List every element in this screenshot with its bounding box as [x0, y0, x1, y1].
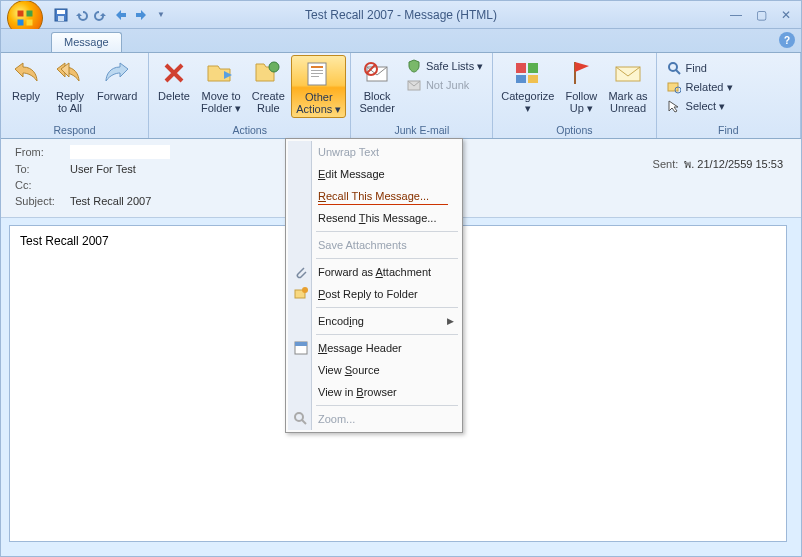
- office-logo-icon: [16, 9, 34, 27]
- attach-icon: [292, 263, 310, 281]
- reply-all-button[interactable]: Reply to All: [49, 55, 91, 116]
- menu-item-zoom: Zoom...: [288, 408, 460, 430]
- next-item-icon[interactable]: [133, 7, 149, 23]
- folder-move-icon: [205, 57, 237, 89]
- window-title: Test Recall 2007 - Message (HTML): [305, 8, 497, 22]
- flag-icon: [565, 57, 597, 89]
- svg-point-25: [302, 287, 308, 293]
- svg-point-28: [295, 413, 303, 421]
- block-sender-icon: [361, 57, 393, 89]
- help-icon[interactable]: ?: [779, 32, 795, 48]
- menu-item-view-in-browser[interactable]: View in Browser: [288, 381, 460, 403]
- menu-item-edit-message[interactable]: Edit Message: [288, 163, 460, 185]
- safe-lists-button[interactable]: Safe Lists ▾: [403, 57, 486, 75]
- categorize-button[interactable]: Categorize ▾: [497, 55, 558, 116]
- svg-point-7: [269, 62, 279, 72]
- svg-rect-11: [311, 73, 323, 74]
- svg-rect-18: [516, 75, 526, 83]
- group-label-junk: Junk E-mail: [355, 123, 488, 138]
- message-text: Test Recall 2007: [20, 234, 109, 248]
- other-actions-icon: [303, 58, 335, 90]
- tab-message[interactable]: Message: [51, 32, 122, 52]
- svg-rect-19: [528, 75, 538, 83]
- menu-item-resend-this-message[interactable]: Resend This Message...: [288, 207, 460, 229]
- qat-dropdown-icon[interactable]: ▼: [153, 7, 169, 23]
- find-icon: [666, 60, 682, 76]
- select-button[interactable]: Select ▾: [663, 97, 736, 115]
- from-label: From:: [15, 146, 70, 158]
- block-sender-button[interactable]: Block Sender: [355, 55, 398, 116]
- svg-rect-9: [311, 66, 323, 68]
- move-to-folder-button[interactable]: Move to Folder ▾: [197, 55, 245, 116]
- related-button[interactable]: Related ▾: [663, 78, 736, 96]
- menu-item-forward-as-attachment[interactable]: Forward as Attachment: [288, 261, 460, 283]
- related-icon: [666, 79, 682, 95]
- menu-item-post-reply-to-folder[interactable]: Post Reply to Folder: [288, 283, 460, 305]
- maximize-button[interactable]: ▢: [756, 8, 767, 22]
- undo-icon[interactable]: [73, 7, 89, 23]
- create-rule-button[interactable]: Create Rule: [247, 55, 289, 116]
- follow-up-button[interactable]: Follow Up ▾: [560, 55, 602, 116]
- to-value: User For Test: [70, 163, 136, 175]
- mark-unread-button[interactable]: Mark as Unread: [604, 55, 651, 116]
- select-icon: [666, 98, 682, 114]
- not-junk-button: Not Junk: [403, 76, 486, 94]
- delete-button[interactable]: Delete: [153, 55, 195, 104]
- other-actions-button[interactable]: Other Actions ▾: [291, 55, 346, 118]
- forward-button[interactable]: Forward: [93, 55, 141, 104]
- group-label-respond: Respond: [5, 123, 144, 138]
- not-junk-icon: [406, 77, 422, 93]
- svg-rect-12: [311, 76, 319, 77]
- group-label-find: Find: [661, 123, 796, 138]
- close-button[interactable]: ✕: [781, 8, 791, 22]
- prev-item-icon[interactable]: [113, 7, 129, 23]
- post-icon: [292, 285, 310, 303]
- submenu-arrow-icon: ▶: [447, 316, 454, 326]
- svg-point-21: [669, 63, 677, 71]
- categorize-icon: [512, 57, 544, 89]
- menu-item-unwrap-text: Unwrap Text: [288, 141, 460, 163]
- reply-icon: [10, 57, 42, 89]
- svg-rect-1: [27, 10, 33, 16]
- from-value: [70, 145, 170, 159]
- cc-label: Cc:: [15, 179, 70, 191]
- group-label-options: Options: [497, 123, 651, 138]
- menu-item-encoding[interactable]: Encoding▶: [288, 310, 460, 332]
- subject-value: Test Recall 2007: [70, 195, 151, 207]
- other-actions-menu: Unwrap TextEdit MessageRecall This Messa…: [285, 138, 463, 433]
- create-rule-icon: [252, 57, 284, 89]
- menu-item-message-header[interactable]: Message Header: [288, 337, 460, 359]
- svg-rect-0: [18, 10, 24, 16]
- svg-rect-2: [18, 19, 24, 25]
- svg-rect-17: [528, 63, 538, 73]
- menu-item-recall-this-message[interactable]: Recall This Message...: [288, 185, 460, 207]
- find-button[interactable]: Find: [663, 59, 736, 77]
- group-label-actions: Actions: [153, 123, 346, 138]
- to-label: To:: [15, 163, 70, 175]
- svg-rect-27: [295, 342, 307, 346]
- svg-rect-10: [311, 70, 323, 71]
- delete-icon: [158, 57, 190, 89]
- redo-icon[interactable]: [93, 7, 109, 23]
- forward-icon: [101, 57, 133, 89]
- svg-rect-16: [516, 63, 526, 73]
- menu-item-view-source[interactable]: View Source: [288, 359, 460, 381]
- envelope-icon: [612, 57, 644, 89]
- reply-button[interactable]: Reply: [5, 55, 47, 104]
- menu-item-save-attachments: Save Attachments: [288, 234, 460, 256]
- zoom-icon: [292, 410, 310, 428]
- header-icon: [292, 339, 310, 357]
- minimize-button[interactable]: —: [730, 8, 742, 22]
- svg-rect-3: [27, 19, 33, 25]
- sent-field: Sent:พ. 21/12/2559 15:53: [653, 155, 783, 173]
- subject-label: Subject:: [15, 195, 70, 207]
- reply-all-icon: [54, 57, 86, 89]
- svg-rect-5: [57, 10, 65, 14]
- save-icon[interactable]: [53, 7, 69, 23]
- svg-rect-6: [58, 16, 64, 21]
- shield-icon: [406, 58, 422, 74]
